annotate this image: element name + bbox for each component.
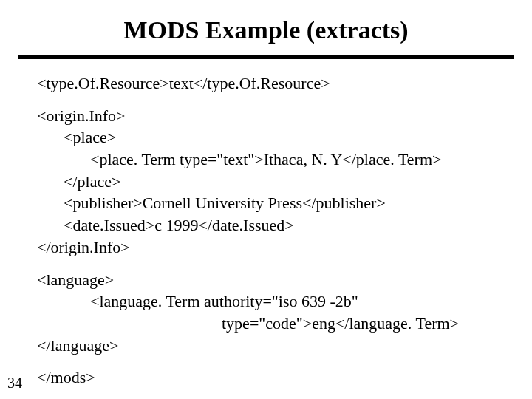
code-line: <place> — [37, 126, 508, 149]
code-line: <type.Of.Resource>text</type.Of.Resource… — [37, 72, 508, 95]
code-block-1: <type.Of.Resource>text</type.Of.Resource… — [37, 72, 508, 95]
code-line: </mods> — [37, 366, 508, 389]
code-line: <language. Term authority="iso 639 -2b" — [37, 290, 508, 313]
code-block-3: <language> <language. Term authority="is… — [37, 269, 508, 357]
code-block-4: </mods> — [37, 366, 508, 389]
code-line: <origin.Info> — [37, 105, 508, 127]
slide: MODS Example (extracts) <type.Of.Resourc… — [0, 0, 532, 399]
slide-title: MODS Example (extracts) — [0, 0, 532, 55]
code-block-2: <origin.Info> <place> <place. Term type=… — [37, 105, 508, 259]
code-line: <place. Term type="text">Ithaca, N. Y</p… — [37, 149, 508, 171]
code-line: </language> — [37, 335, 508, 357]
code-line: </place> — [37, 171, 508, 193]
code-line: <date.Issued>c 1999</date.Issued> — [37, 214, 508, 236]
code-line: <publisher>Cornell University Press</pub… — [37, 192, 508, 214]
page-number: 34 — [7, 375, 22, 392]
horizontal-rule — [18, 55, 514, 59]
slide-content: <type.Of.Resource>text</type.Of.Resource… — [0, 72, 532, 389]
code-line: <language> — [37, 269, 508, 291]
code-line: </origin.Info> — [37, 236, 508, 259]
code-line: type="code">eng</language. Term> — [37, 313, 508, 335]
